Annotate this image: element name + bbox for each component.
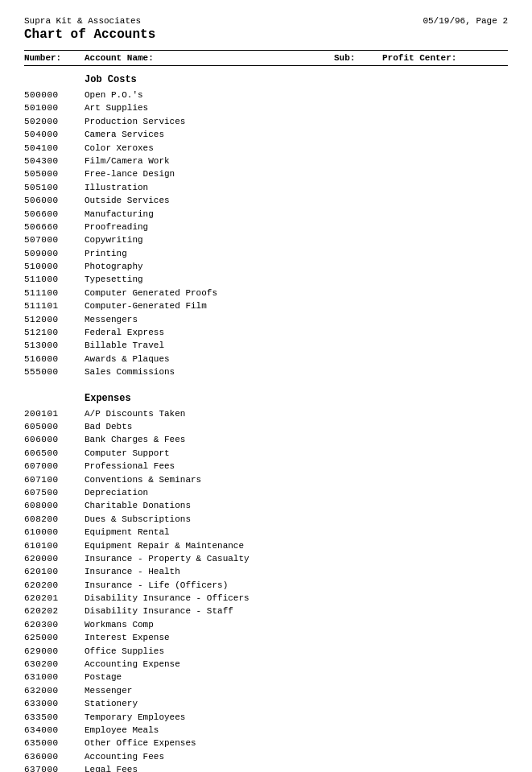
account-number: 620201	[24, 592, 85, 605]
account-name: Messengers	[85, 314, 508, 326]
account-number: 516000	[24, 353, 85, 365]
account-number: 620100	[24, 566, 85, 578]
account-number: 507000	[24, 234, 85, 246]
account-number: 636000	[24, 751, 85, 763]
account-row: 606000Bank Charges & Fees	[24, 434, 508, 446]
account-row: 511000Typesetting	[24, 274, 508, 286]
account-name: Proofreading	[85, 221, 508, 233]
account-number: 633500	[24, 712, 85, 724]
account-name: Accounting Fees	[85, 751, 508, 763]
account-number: 504300	[24, 155, 85, 167]
account-number: 510000	[24, 261, 85, 273]
account-name: Equipment Rental	[85, 526, 508, 539]
account-row: 629000Office Supplies	[24, 646, 508, 658]
account-row: 633500Temporary Employees	[24, 712, 508, 724]
account-name: Typesetting	[85, 274, 508, 286]
company-name: Supra Kit & Associates	[24, 16, 141, 26]
account-name: Camera Services	[85, 129, 508, 141]
account-row: 512100Federal Express	[24, 327, 508, 339]
account-row: 500000Open P.O.'s	[24, 89, 508, 101]
account-row: 637000Legal Fees	[24, 764, 508, 772]
account-number: 631000	[24, 671, 85, 683]
account-name: Messenger	[85, 685, 508, 697]
account-row: 620300Workmans Comp	[24, 619, 508, 631]
account-number: 512000	[24, 314, 85, 326]
account-number: 506000	[24, 195, 85, 207]
account-row: 513000Billable Travel	[24, 340, 508, 352]
section-header-0: Job Costs	[85, 74, 508, 85]
account-row: 504300Film/Camera Work	[24, 155, 508, 167]
account-number: 502000	[24, 116, 85, 128]
account-row: 607000Professional Fees	[24, 460, 508, 473]
account-number: 506600	[24, 208, 85, 221]
account-row: 511100Computer Generated Proofs	[24, 287, 508, 299]
account-number: 625000	[24, 632, 85, 644]
section-header-1: Expenses	[85, 393, 508, 404]
account-name: Stationery	[85, 698, 508, 710]
col-profit-header: Profit Center:	[382, 53, 456, 63]
account-name: Federal Express	[85, 327, 508, 339]
account-name: Awards & Plaques	[85, 353, 508, 365]
date-page: 05/19/96, Page 2	[423, 16, 508, 26]
account-name: Accounting Expense	[85, 658, 508, 671]
account-number: 505100	[24, 182, 85, 194]
account-number: 505000	[24, 168, 85, 180]
account-name: Free-lance Design	[85, 168, 508, 180]
account-name: Postage	[85, 671, 508, 683]
account-name: Legal Fees	[85, 764, 508, 772]
account-name: Disability Insurance - Staff	[85, 605, 508, 617]
account-name: Dues & Subscriptions	[85, 514, 508, 526]
account-row: 625000Interest Expense	[24, 632, 508, 644]
account-name: Professional Fees	[85, 460, 508, 473]
account-number: 607100	[24, 474, 85, 486]
col-number-header: Number:	[24, 53, 85, 63]
account-name: Depreciation	[85, 487, 508, 499]
account-row: 610100Equipment Repair & Maintenance	[24, 540, 508, 552]
account-row: 509000Printing	[24, 248, 508, 260]
account-name: Color Xeroxes	[85, 142, 508, 155]
account-row: 506600Manufacturing	[24, 208, 508, 221]
account-name: Manufacturing	[85, 208, 508, 221]
account-row: 632000Messenger	[24, 685, 508, 697]
account-row: 200101A/P Discounts Taken	[24, 408, 508, 420]
account-row: 502000Production Services	[24, 116, 508, 128]
account-number: 606500	[24, 448, 85, 460]
account-row: 504000Camera Services	[24, 129, 508, 141]
account-row: 505000Free-lance Design	[24, 168, 508, 180]
col-sub-header: Sub:	[334, 53, 382, 63]
account-number: 620200	[24, 580, 85, 592]
account-row: 620000Insurance - Property & Casualty	[24, 553, 508, 565]
account-row: 610000Equipment Rental	[24, 526, 508, 539]
account-number: 608000	[24, 500, 85, 512]
account-number: 635000	[24, 737, 85, 749]
sections-container: Job Costs500000Open P.O.'s501000Art Supp…	[24, 74, 508, 772]
account-name: Temporary Employees	[85, 712, 508, 724]
account-number: 620300	[24, 619, 85, 631]
account-row: 608200Dues & Subscriptions	[24, 514, 508, 526]
account-name: Insurance - Property & Casualty	[85, 553, 508, 565]
account-name: Copywriting	[85, 234, 508, 246]
report-title: Chart of Accounts	[24, 27, 508, 42]
account-name: Outside Services	[85, 195, 508, 207]
account-name: Bank Charges & Fees	[85, 434, 508, 446]
account-number: 607000	[24, 460, 85, 473]
account-row: 607500Depreciation	[24, 487, 508, 499]
account-number: 632000	[24, 685, 85, 697]
account-row: 630200Accounting Expense	[24, 658, 508, 671]
account-row: 620201Disability Insurance - Officers	[24, 592, 508, 605]
account-number: 605000	[24, 421, 85, 433]
account-row: 620202Disability Insurance - Staff	[24, 605, 508, 617]
account-name: Photography	[85, 261, 508, 273]
col-name-header: Account Name:	[85, 53, 334, 63]
account-number: 630200	[24, 658, 85, 671]
account-number: 607500	[24, 487, 85, 499]
account-row: 504100Color Xeroxes	[24, 142, 508, 155]
account-row: 634000Employee Meals	[24, 725, 508, 737]
account-number: 620000	[24, 553, 85, 565]
account-number: 513000	[24, 340, 85, 352]
account-number: 506660	[24, 221, 85, 233]
account-number: 637000	[24, 764, 85, 772]
account-row: 512000Messengers	[24, 314, 508, 326]
account-name: Workmans Comp	[85, 619, 508, 631]
account-name: Art Supplies	[85, 102, 508, 114]
